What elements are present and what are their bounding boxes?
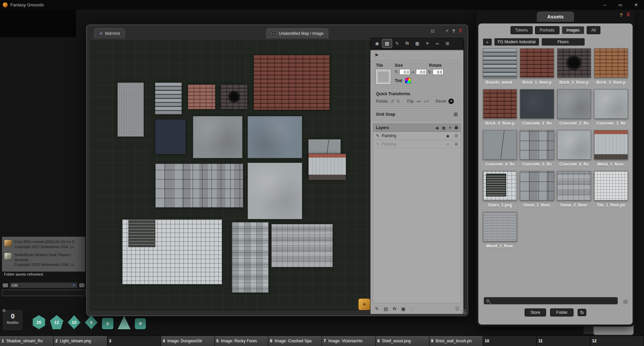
asset-item[interactable]: Stairs_1.png <box>483 171 517 208</box>
rotate-icon[interactable]: ↻ <box>428 70 431 74</box>
hotkey-slot-9[interactable]: 9Brick_wall_brush.pn <box>429 336 483 346</box>
hotkey-slot-8[interactable]: 8Shelf_wood.png <box>376 336 429 346</box>
gear-icon[interactable]: ⚙ <box>2 308 6 313</box>
canvas-tile[interactable] <box>221 84 248 109</box>
tab-all[interactable]: All <box>587 26 600 34</box>
store-button[interactable]: Store <box>525 308 546 316</box>
tab-unidentified-map[interactable]: ID Unidentified Map / Image <box>266 28 328 39</box>
asset-item[interactable]: Brick_2_floor.p <box>557 48 591 85</box>
hotkey-slot-6[interactable]: 6Image: Crashed Spa <box>268 336 322 346</box>
reset-button[interactable]: ✕ <box>448 99 454 104</box>
asset-item[interactable]: Tile_1_floor.pn <box>594 171 628 208</box>
tab-portraits[interactable]: Portraits <box>535 26 559 34</box>
mask-tool-icon[interactable]: ∞ <box>433 39 442 48</box>
lock-icon[interactable] <box>455 127 458 129</box>
import-layer-icon[interactable]: ▣ <box>401 306 406 311</box>
asset-item[interactable]: Brick_4_floor.p <box>483 89 517 126</box>
asset-item[interactable]: Concrete_4_flo <box>483 130 517 167</box>
maximize-button[interactable]: ▭ <box>612 0 628 10</box>
tab-mdrnind[interactable]: ✳ MdrnInd <box>94 28 125 39</box>
breadcrumb-folder[interactable]: Floors <box>542 38 585 46</box>
canvas-tile[interactable] <box>193 116 243 158</box>
rotate-ccw-icon[interactable]: ↺ <box>390 99 394 104</box>
canvas-tile[interactable] <box>248 116 302 158</box>
asset-item[interactable]: Metal_1_floor. <box>594 130 628 167</box>
d20-die[interactable]: 20 <box>32 315 46 329</box>
canvas-tile[interactable] <box>271 224 333 267</box>
size-width-input[interactable] <box>399 69 410 75</box>
canvas-tile[interactable] <box>155 119 186 154</box>
tab-images[interactable]: Images <box>562 26 584 34</box>
window-resize-grip[interactable] <box>461 309 466 314</box>
breadcrumb-module[interactable]: FG Modern Industrial <box>494 38 539 46</box>
speaker-select[interactable]: GM ▼ <box>10 282 77 288</box>
lock-icon[interactable] <box>438 30 441 32</box>
brush-tool-icon[interactable]: ✎ <box>392 39 402 48</box>
hotkey-slot-4[interactable]: 4Image: DungeonStr <box>161 336 215 346</box>
canvas-tile[interactable] <box>308 154 346 180</box>
lighting-tool-icon[interactable]: ☀ <box>423 39 432 48</box>
hotkey-slot-7[interactable]: 7Image: VictorianHo <box>322 336 376 346</box>
hotkey-slot-5[interactable]: 5Image: Rocky Fores <box>215 336 268 346</box>
folder-button[interactable]: Folder <box>550 308 574 316</box>
canvas-tile[interactable] <box>122 219 222 284</box>
hotkey-slot-2[interactable]: 2Light_stream.png <box>54 336 107 346</box>
hotkey-slot-12[interactable]: 12 <box>590 336 644 346</box>
canvas-tile[interactable] <box>155 164 243 208</box>
d6-die[interactable]: 6 <box>102 318 113 329</box>
add-group-icon[interactable]: ▤ <box>384 306 388 311</box>
d12-die[interactable]: 12 <box>50 315 63 329</box>
canvas-tile[interactable] <box>254 55 330 110</box>
layer-row[interactable]: ✎ Painting ⊘ <box>373 140 461 149</box>
close-button[interactable]: ✕ <box>628 0 644 10</box>
asset-item[interactable]: Concrete_5_flo <box>520 130 554 167</box>
asset-item[interactable]: Concrete_1_flo <box>520 89 554 126</box>
hotkey-slot-10[interactable]: 10 <box>483 336 537 346</box>
link-icon[interactable]: ∞ <box>412 70 415 74</box>
pointer-tool-icon[interactable]: ◉ <box>372 39 382 48</box>
modifier-box[interactable]: ⚙ 0 Modifier <box>3 310 22 330</box>
layers-tool-icon[interactable]: ▤ <box>382 39 392 48</box>
tiles-tool-icon[interactable]: ▦ <box>413 39 422 48</box>
speech-bubble-icon[interactable] <box>79 283 85 287</box>
refresh-button[interactable]: ↻ <box>578 309 586 316</box>
d8-die[interactable]: 8 <box>85 315 98 329</box>
layer-lock-toggle[interactable] <box>455 143 458 146</box>
delete-layer-icon[interactable] <box>455 307 459 311</box>
grid-snap-toggle[interactable]: ⊞ <box>453 111 458 117</box>
canvas-tile[interactable] <box>155 82 182 114</box>
hotkey-slot-11[interactable]: 11 <box>537 336 590 346</box>
layer-visibility-toggle[interactable]: ⊘ <box>446 142 449 147</box>
close-map-button[interactable]: X <box>459 28 462 34</box>
d4-die[interactable] <box>118 315 130 329</box>
rotate-cw-icon[interactable]: ↻ <box>396 99 400 104</box>
new-layer-icon[interactable]: ✎ <box>375 306 379 311</box>
visibility-icon[interactable]: ◉ <box>436 126 439 130</box>
flag-icon[interactable]: ⚑ <box>374 53 379 58</box>
chat-log[interactable]: Core RPG ruleset (2022-03-20) for F Copy… <box>2 237 85 272</box>
asset-item[interactable]: Wood_1_floor. <box>483 212 517 248</box>
canvas-tile[interactable] <box>188 84 215 109</box>
asset-item[interactable]: Concrete_6_flo <box>557 130 591 167</box>
close-assets-button[interactable]: X <box>626 12 630 18</box>
layer-row[interactable]: ✎ Painting ◉ <box>373 132 461 140</box>
canvas-tile[interactable] <box>117 82 144 137</box>
add-effect-icon[interactable]: fx <box>393 306 396 311</box>
view-grid-icon[interactable]: ⊞ <box>623 298 628 305</box>
canvas-tile[interactable] <box>248 163 302 219</box>
d10-die[interactable]: 10 <box>68 315 80 329</box>
hotkey-slot-3[interactable]: 3 <box>107 336 161 346</box>
asset-item[interactable]: Boards_wood_ <box>483 48 517 85</box>
compass-widget[interactable]: ✦ <box>358 298 370 310</box>
layer-lock-toggle[interactable] <box>455 135 458 137</box>
hotkey-slot-1[interactable]: 1Shadow_stream_Ro <box>0 336 54 346</box>
layer-visibility-toggle[interactable]: ◉ <box>446 134 449 138</box>
help-button[interactable]: ? <box>452 28 455 34</box>
duplicate-layer-icon[interactable]: ▢ <box>410 306 415 311</box>
chevron-down-icon[interactable]: ▼ <box>72 284 75 287</box>
asset-item[interactable]: Stone_1_floor. <box>520 171 554 208</box>
flip-vertical-icon[interactable]: ▲▼ <box>424 100 429 103</box>
tiles-icon[interactable]: ▦ <box>442 126 445 130</box>
minimize-button[interactable]: – <box>597 0 612 10</box>
help-button[interactable]: ? <box>620 12 623 18</box>
